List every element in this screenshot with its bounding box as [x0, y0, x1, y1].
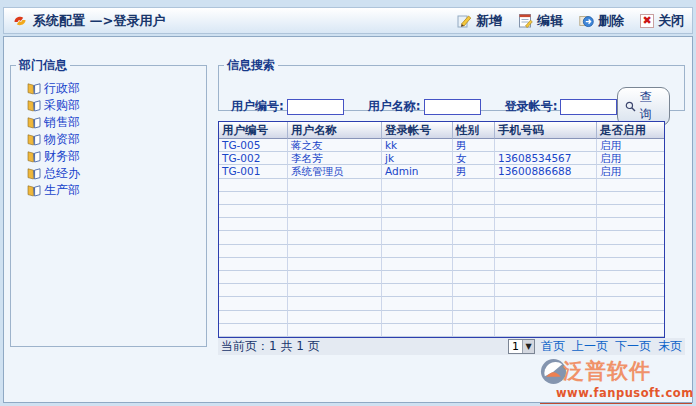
- table-cell-empty: [453, 284, 495, 297]
- table-cell-empty: [382, 258, 453, 271]
- table-row-empty[interactable]: [219, 324, 664, 337]
- user-name-input[interactable]: [424, 99, 481, 115]
- table-cell-empty: [495, 324, 597, 337]
- table-cell-empty: [453, 324, 495, 337]
- book-icon: [27, 116, 41, 129]
- app-swirl-icon: [12, 13, 28, 29]
- table-cell-empty: [219, 218, 288, 231]
- sidebar-item-department[interactable]: 财务部: [27, 148, 206, 164]
- table-cell-empty: [382, 179, 453, 192]
- table-row-empty[interactable]: [219, 245, 664, 258]
- book-icon: [27, 99, 41, 112]
- sidebar-item-department[interactable]: 总经办: [27, 165, 206, 181]
- sidebar-item-department[interactable]: 生产部: [27, 182, 206, 198]
- table-row[interactable]: TG-005 蒋之友 kk 男 启用: [219, 139, 664, 152]
- table-row-empty[interactable]: [219, 271, 664, 284]
- content-panel: 部门信息 行政部采购部销售部物资部财务部总经办生产部 信息搜索 用户编号: 用户…: [3, 36, 693, 403]
- table-cell-empty: [453, 258, 495, 271]
- new-pencil-icon: [457, 13, 472, 28]
- table-cell-empty: [453, 297, 495, 310]
- col-gender[interactable]: 性别: [453, 122, 495, 139]
- cell-enabled: 启用: [597, 165, 664, 178]
- table-cell-empty: [453, 192, 495, 205]
- sidebar-item-department[interactable]: 销售部: [27, 114, 206, 130]
- table-cell-empty: [219, 205, 288, 218]
- table-row[interactable]: TG-001 系统管理员 Admin 男 13600886688 启用: [219, 165, 664, 178]
- sidebar-item-department[interactable]: 物资部: [27, 131, 206, 147]
- next-page-link[interactable]: 下一页: [615, 338, 651, 355]
- table-row[interactable]: TG-002 李名芳 jk 女 13608534567 启用: [219, 152, 664, 165]
- sidebar-item-label: 行政部: [44, 80, 80, 97]
- pagination-bar: 当前页：1 共 1 页 1 ▼ 首页 上一页 下一页 末页: [218, 338, 685, 355]
- titlebar: 系统配置 —>登录用户 新增 编辑: [3, 7, 693, 34]
- table-cell-empty: [382, 324, 453, 337]
- table-cell-empty: [382, 205, 453, 218]
- table-cell-empty: [495, 179, 597, 192]
- table-cell-empty: [495, 284, 597, 297]
- col-user-id[interactable]: 用户编号: [219, 122, 288, 139]
- department-legend: 部门信息: [16, 57, 70, 74]
- add-button[interactable]: 新增: [457, 12, 502, 30]
- table-row-empty[interactable]: [219, 297, 664, 310]
- table-cell-empty: [453, 311, 495, 324]
- table-row-empty[interactable]: [219, 218, 664, 231]
- vendor-name: 泛普软件: [563, 357, 651, 385]
- cell-mobile: 13600886688: [495, 165, 597, 178]
- users-table: 用户编号 用户名称 登录帐号 性别 手机号码 是否启用 TG-005 蒋之友 k…: [218, 121, 665, 338]
- cell-login-account: kk: [382, 139, 453, 152]
- sidebar-item-label: 物资部: [44, 131, 80, 148]
- table-cell-empty: [382, 284, 453, 297]
- last-page-link[interactable]: 末页: [658, 338, 682, 355]
- page-status: 当前页：1 共 1 页: [221, 338, 320, 355]
- col-login-account[interactable]: 登录帐号: [382, 122, 453, 139]
- table-row-empty[interactable]: [219, 311, 664, 324]
- table-cell-empty: [453, 218, 495, 231]
- close-icon: ✖: [640, 14, 654, 28]
- table-cell-empty: [219, 324, 288, 337]
- table-cell-empty: [597, 245, 664, 258]
- login-account-input[interactable]: [560, 99, 617, 115]
- sidebar-item-department[interactable]: 行政部: [27, 80, 206, 96]
- table-cell-empty: [597, 231, 664, 244]
- table-row-empty[interactable]: [219, 231, 664, 244]
- prev-page-link[interactable]: 上一页: [572, 338, 608, 355]
- first-page-link[interactable]: 首页: [541, 338, 565, 355]
- table-row-empty[interactable]: [219, 192, 664, 205]
- cell-login-account: Admin: [382, 165, 453, 178]
- table-row-empty[interactable]: [219, 284, 664, 297]
- table-cell-empty: [288, 231, 382, 244]
- table-cell-empty: [495, 245, 597, 258]
- table-cell-empty: [288, 218, 382, 231]
- table-row-empty[interactable]: [219, 258, 664, 271]
- col-mobile[interactable]: 手机号码: [495, 122, 597, 139]
- cell-gender: 男: [453, 139, 495, 152]
- table-cell-empty: [597, 284, 664, 297]
- sidebar-item-label: 销售部: [44, 114, 80, 131]
- table-cell-empty: [453, 271, 495, 284]
- page-select[interactable]: 1 ▼: [508, 339, 535, 354]
- edit-button[interactable]: 编辑: [518, 12, 563, 30]
- delete-button[interactable]: 删除: [579, 12, 624, 30]
- table-cell-empty: [219, 284, 288, 297]
- table-cell-empty: [597, 311, 664, 324]
- sidebar-item-department[interactable]: 采购部: [27, 97, 206, 113]
- close-button[interactable]: ✖ 关闭: [640, 12, 684, 30]
- department-panel: 部门信息 行政部采购部销售部物资部财务部总经办生产部: [10, 57, 207, 347]
- col-enabled[interactable]: 是否启用: [597, 122, 664, 139]
- table-cell-empty: [382, 271, 453, 284]
- cell-user-name: 李名芳: [288, 152, 382, 165]
- table-cell-empty: [453, 245, 495, 258]
- table-row-empty[interactable]: [219, 179, 664, 192]
- table-cell-empty: [453, 205, 495, 218]
- vendor-url: www.fanpusoft.com: [556, 386, 692, 400]
- table-cell-empty: [219, 179, 288, 192]
- table-cell-empty: [382, 245, 453, 258]
- page-title: 系统配置 —>登录用户: [33, 12, 165, 30]
- table-row-empty[interactable]: [219, 205, 664, 218]
- col-user-name[interactable]: 用户名称: [288, 122, 382, 139]
- table-header: 用户编号 用户名称 登录帐号 性别 手机号码 是否启用: [219, 122, 664, 139]
- user-id-input[interactable]: [287, 99, 344, 115]
- pagination-links: 首页 上一页 下一页 末页: [541, 338, 682, 355]
- table-cell-empty: [288, 324, 382, 337]
- table-cell-empty: [495, 271, 597, 284]
